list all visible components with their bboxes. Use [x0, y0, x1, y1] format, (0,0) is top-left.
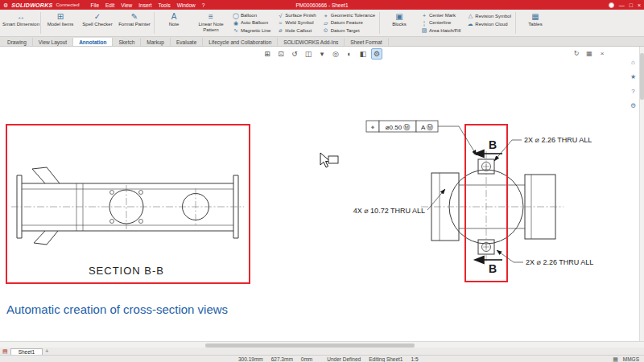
callout-bottom[interactable]: 2X ⌀ 2.26 THRU ALL: [526, 258, 593, 266]
add-sheet-icon[interactable]: +: [45, 348, 48, 354]
datum-feature-icon: ▱: [323, 20, 329, 26]
hole-callout-button[interactable]: ⌀ Hole Callout: [277, 27, 316, 34]
zoom-fit-icon[interactable]: ⊞: [262, 48, 273, 60]
model-items-button[interactable]: ⊞ Model Items: [42, 10, 79, 35]
status-z: 0mm: [301, 356, 312, 362]
fcf-position-symbol: ⌖: [371, 124, 375, 131]
sheet-tab-sheet1[interactable]: Sheet1: [10, 348, 43, 355]
tables-label: Tables: [528, 22, 542, 27]
surface-finish-button[interactable]: √ Surface Finish: [277, 12, 316, 19]
surface-finish-label: Surface Finish: [285, 13, 316, 18]
linear-note-pattern-label: Linear Note Pattern: [192, 22, 229, 33]
format-painter-button[interactable]: ✎ Format Painter: [116, 10, 153, 35]
connected-badge: Connected: [56, 2, 80, 7]
refresh-icon[interactable]: ↻: [572, 48, 581, 58]
section-view-icon[interactable]: ◫: [303, 48, 314, 60]
help-icon[interactable]: ?: [629, 87, 638, 96]
menu-edit[interactable]: Edit: [105, 2, 114, 8]
tab-drawing[interactable]: Drawing: [2, 38, 33, 46]
spell-checker-button[interactable]: ✓ Spell Checker: [79, 10, 116, 35]
resources-icon[interactable]: ★: [629, 72, 638, 81]
view-orientation-icon[interactable]: ▾: [316, 48, 328, 60]
close-pane-icon[interactable]: ×: [597, 48, 607, 58]
callout-left[interactable]: 4X ⌀ 10.72 THRU ALL: [353, 207, 425, 215]
vertical-scrollbar-thumb[interactable]: [640, 53, 644, 100]
tab-sheet-format[interactable]: Sheet Format: [345, 38, 388, 46]
menu-file[interactable]: File: [91, 2, 99, 8]
blocks-button[interactable]: ▣ Blocks: [381, 10, 418, 35]
section-letter-bottom[interactable]: B: [489, 262, 497, 275]
drawing-canvas[interactable]: ⌖ ⌀0.50 Ⓜ A Ⓜ 2X ⌀ 2.26 THRU ALL 4X ⌀ 10…: [0, 47, 644, 341]
previous-view-icon[interactable]: ↺: [289, 48, 300, 60]
minimize-button[interactable]: —: [619, 2, 625, 8]
status-units[interactable]: MMGS: [623, 356, 639, 362]
status-scale[interactable]: 1:5: [411, 356, 419, 362]
centerline-button[interactable]: ¦ Centerline: [421, 19, 460, 26]
horizontal-scrollbar[interactable]: [0, 341, 644, 348]
menu-help[interactable]: ?: [202, 2, 205, 8]
status-bar: 300.19mm 627.3mm 0mm Under Defined Editi…: [0, 355, 644, 362]
balloon-label: Balloon: [241, 13, 257, 18]
spell-checker-label: Spell Checker: [82, 22, 112, 27]
hide-show-items-icon[interactable]: ◐: [344, 48, 355, 60]
menu-insert[interactable]: Insert: [138, 2, 151, 8]
hole-callouts: 2X ⌀ 2.26 THRU ALL 4X ⌀ 10.72 THRU ALL 2…: [353, 136, 594, 266]
center-mark-group: + Center Mark ¦ Centerline ▨ Area Hatch/…: [418, 10, 464, 35]
datum-feature-label: Datum Feature: [331, 20, 363, 25]
auto-balloon-icon: ◉: [233, 20, 239, 26]
section-view-geometry[interactable]: [17, 167, 238, 245]
tab-sketch[interactable]: Sketch: [113, 38, 141, 46]
menu-view[interactable]: View: [121, 2, 132, 8]
close-button[interactable]: ×: [638, 2, 641, 8]
tab-markup[interactable]: Markup: [141, 38, 171, 46]
revision-symbol-label: Revision Symbol: [475, 14, 511, 19]
display-style-icon[interactable]: ◎: [330, 48, 341, 60]
status-y: 627.3mm: [271, 356, 293, 362]
callout-top[interactable]: 2X ⌀ 2.26 THRU ALL: [524, 136, 592, 144]
datum-target-button[interactable]: ⊙ Datum Target: [323, 27, 375, 34]
tab-annotation[interactable]: Annotation: [73, 38, 113, 46]
center-mark-button[interactable]: + Center Mark: [421, 12, 460, 19]
section-letter-top[interactable]: B: [489, 138, 497, 151]
geometric-tolerance-button[interactable]: ⌖ Geometric Tolerance: [323, 12, 375, 19]
status-coordinates: 300.19mm 627.3mm 0mm Under Defined Editi…: [238, 356, 419, 362]
grid-icon[interactable]: ▦: [613, 356, 618, 362]
menu-tools[interactable]: Tools: [158, 2, 170, 8]
restore-button[interactable]: □: [630, 2, 633, 8]
magnetic-line-button[interactable]: ∿ Magnetic Line: [233, 27, 270, 34]
graphics-area[interactable]: ⌖ ⌀0.50 Ⓜ A Ⓜ 2X ⌀ 2.26 THRU ALL 4X ⌀ 10…: [0, 47, 644, 341]
tables-button[interactable]: ▦ Tables: [517, 10, 554, 35]
pane-icon[interactable]: ▦: [584, 48, 594, 58]
blocks-icon: ▣: [395, 12, 402, 22]
section-view-label[interactable]: SECTION B-B: [89, 265, 164, 277]
feature-control-frame[interactable]: ⌖ ⌀0.50 Ⓜ A Ⓜ: [366, 121, 477, 155]
datum-target-label: Datum Target: [331, 28, 360, 33]
tab-view-layout[interactable]: View Layout: [33, 38, 73, 46]
zoom-area-icon[interactable]: ⊡: [275, 48, 287, 60]
view-settings-icon[interactable]: ⚙: [371, 48, 382, 60]
area-hatch-fill-button[interactable]: ▨ Area Hatch/Fill: [421, 27, 460, 34]
linear-note-pattern-button[interactable]: ≡ Linear Note Pattern: [192, 10, 229, 35]
edit-appearance-icon[interactable]: ◧: [357, 48, 369, 60]
model-sheet-icon[interactable]: ▤: [2, 348, 8, 354]
user-avatar[interactable]: [609, 2, 614, 8]
magnetic-line-icon: ∿: [233, 27, 239, 33]
auto-balloon-label: Auto Balloon: [241, 20, 268, 25]
note-button[interactable]: A Note: [155, 10, 192, 35]
home-icon[interactable]: ⌂: [629, 58, 638, 67]
menu-window[interactable]: Window: [177, 2, 196, 8]
tab-evaluate[interactable]: Evaluate: [171, 38, 203, 46]
weld-symbol-button[interactable]: ≈ Weld Symbol: [277, 19, 316, 26]
tab-lifecycle-collaboration[interactable]: Lifecycle and Collaboration: [203, 38, 278, 46]
revision-cloud-button[interactable]: ☁ Revision Cloud: [467, 20, 511, 27]
format-painter-label: Format Painter: [118, 22, 151, 27]
smart-dimension-button[interactable]: ↔ Smart Dimension: [2, 10, 39, 35]
horizontal-scrollbar-thumb[interactable]: [205, 343, 415, 348]
auto-balloon-button[interactable]: ◉ Auto Balloon: [233, 19, 270, 26]
tab-solidworks-addins[interactable]: SOLIDWORKS Add-Ins: [278, 38, 345, 46]
revision-symbol-button[interactable]: △ Revision Symbol: [467, 12, 511, 19]
settings-icon[interactable]: ⚙: [629, 101, 638, 110]
balloon-button[interactable]: ◯ Balloon: [233, 12, 270, 19]
datum-feature-button[interactable]: ▱ Datum Feature: [323, 19, 375, 26]
vertical-scrollbar[interactable]: [639, 47, 644, 341]
